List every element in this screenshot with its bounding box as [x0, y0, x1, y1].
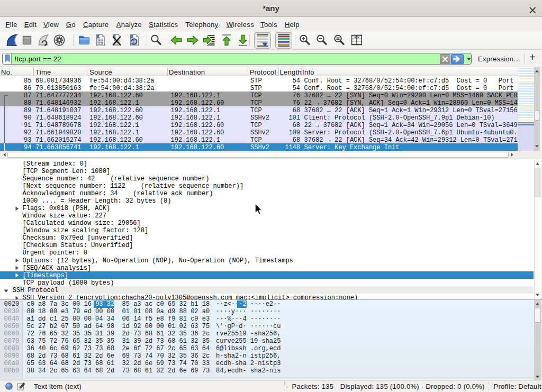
svg-text:0111: 0111	[97, 43, 103, 45]
